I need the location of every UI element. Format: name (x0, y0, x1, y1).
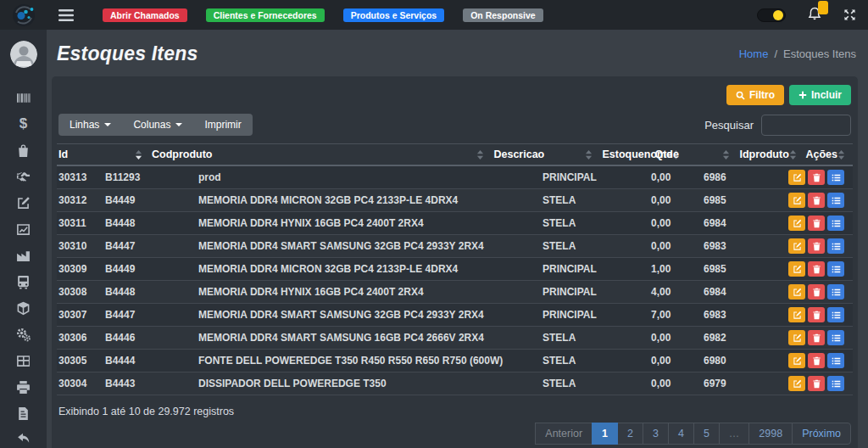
table-icon[interactable] (16, 353, 31, 368)
print-icon[interactable] (16, 379, 31, 395)
sort-icon (789, 149, 797, 160)
topbar-menu-button[interactable]: Abrir Chamados (103, 8, 187, 22)
cell-actions (787, 235, 853, 257)
edit-button[interactable] (788, 353, 805, 368)
page-button[interactable]: 1 (592, 423, 618, 445)
user-avatar[interactable] (10, 41, 37, 68)
cell-idproduto: 6984 (702, 281, 787, 303)
delete-button[interactable] (808, 216, 825, 231)
edit-button[interactable] (788, 376, 805, 391)
edit-button[interactable] (788, 193, 805, 208)
delete-button[interactable] (808, 307, 825, 322)
delete-button[interactable] (808, 261, 825, 277)
print-button[interactable]: Imprimir (193, 114, 252, 136)
cell-idproduto: 6983 (702, 235, 787, 257)
edit-button[interactable] (788, 238, 805, 254)
details-button[interactable] (827, 353, 844, 368)
cell-estoquenome: STELA (541, 327, 649, 349)
page-button[interactable]: 5 (693, 423, 720, 445)
cell-descricao: prod (197, 166, 541, 188)
chart-line-icon[interactable] (16, 221, 31, 237)
barcode-icon[interactable] (16, 90, 31, 105)
details-button[interactable] (827, 193, 844, 208)
page-button[interactable]: Próximo (792, 423, 851, 445)
fullscreen-button[interactable] (843, 8, 856, 21)
edit-button[interactable] (788, 261, 805, 277)
box-icon[interactable] (16, 300, 31, 316)
undo-icon[interactable] (16, 432, 31, 447)
hamburger-menu-button[interactable] (58, 9, 74, 21)
include-button[interactable]: Incluir (789, 85, 851, 105)
delete-button[interactable] (808, 376, 825, 391)
page-button: Anterior (535, 423, 593, 445)
breadcrumb-separator: / (774, 48, 777, 60)
cell-descricao: MEMORIA DDR4 MICRON 32GB PC4 2133P-LE 4D… (197, 189, 541, 211)
filter-button[interactable]: Filtro (726, 85, 784, 105)
column-header[interactable]: Idproduto (737, 144, 804, 165)
delete-button[interactable] (808, 284, 825, 300)
details-button[interactable] (827, 330, 844, 345)
trash-icon (812, 356, 821, 366)
columns-dropdown-button[interactable]: Colunas (122, 114, 193, 136)
search-input[interactable] (761, 115, 851, 136)
breadcrumb-home-link[interactable]: Home (739, 48, 769, 60)
edit-icon (793, 311, 802, 320)
bus-icon[interactable] (16, 274, 31, 289)
details-button[interactable] (827, 284, 844, 300)
column-header[interactable]: Codproduto (150, 144, 492, 165)
delete-button[interactable] (808, 170, 825, 185)
delete-button[interactable] (808, 238, 825, 254)
shopping-bag-icon[interactable] (16, 143, 31, 158)
cell-actions (787, 304, 853, 326)
cogs-icon[interactable] (16, 327, 31, 342)
column-header[interactable]: Descricao (492, 144, 600, 165)
cell-codproduto: B4447 (103, 304, 197, 326)
delete-button[interactable] (808, 193, 825, 208)
page-button: … (719, 423, 750, 445)
handshake-icon[interactable] (16, 169, 31, 184)
details-button[interactable] (827, 216, 844, 231)
edit-button[interactable] (788, 284, 805, 300)
dollar-icon[interactable]: $ (16, 116, 31, 132)
page-button[interactable]: 4 (668, 423, 694, 445)
details-button[interactable] (827, 238, 844, 254)
topbar-menu-button[interactable]: Produtos e Serviços (343, 8, 445, 22)
column-header[interactable]: Ações (804, 144, 853, 165)
industry-icon[interactable] (16, 248, 31, 263)
details-button[interactable] (827, 376, 844, 391)
cell-id: 30306 (57, 327, 103, 349)
edit-button[interactable] (788, 170, 805, 185)
cell-qtde: 0,00 (649, 212, 702, 234)
delete-button[interactable] (808, 330, 825, 345)
edit-button[interactable] (788, 330, 805, 345)
topbar-menu-button[interactable]: On Responsive (463, 8, 542, 22)
app-logo[interactable] (0, 0, 47, 30)
trash-icon (812, 288, 821, 297)
search-label: Pesquisar (704, 119, 754, 132)
breadcrumb: Home / Estoques Itens (739, 48, 856, 60)
cell-codproduto: B4448 (103, 281, 197, 303)
column-header[interactable]: Qtde (653, 144, 737, 165)
column-header[interactable]: Id (57, 144, 150, 165)
delete-button[interactable] (808, 353, 825, 368)
theme-toggle[interactable] (757, 8, 786, 22)
page-button[interactable]: 2 (617, 423, 643, 445)
details-button[interactable] (827, 307, 844, 322)
trash-icon (812, 196, 821, 205)
cell-descricao: MEMORIA DDR4 HYNIX 16GB PC4 2400T 2RX4 (197, 281, 541, 303)
cell-idproduto: 6984 (702, 212, 787, 234)
edit-icon[interactable] (16, 195, 31, 210)
details-button[interactable] (827, 170, 844, 185)
page-button[interactable]: 2998 (748, 423, 793, 445)
cell-actions (787, 350, 853, 372)
cell-actions (787, 258, 853, 280)
edit-button[interactable] (788, 216, 805, 231)
notifications-button[interactable] (808, 7, 821, 24)
details-button[interactable] (827, 261, 844, 277)
rows-dropdown-button[interactable]: Linhas (58, 114, 122, 136)
topbar-menu-button[interactable]: Clientes e Fornecedores (206, 8, 325, 22)
file-document-icon[interactable] (16, 406, 31, 421)
page-button[interactable]: 3 (643, 423, 669, 445)
column-header[interactable]: Estoquenome (600, 144, 653, 165)
edit-button[interactable] (788, 307, 805, 322)
